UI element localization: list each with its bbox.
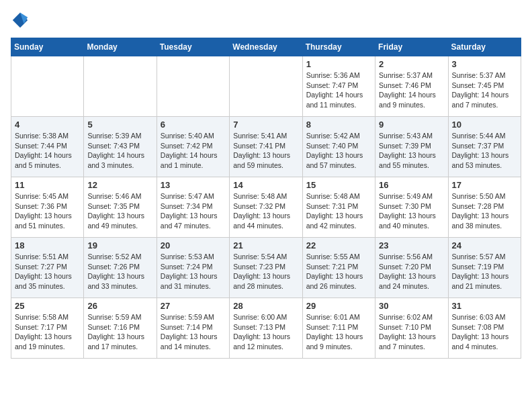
calendar-week-row: 4Sunrise: 5:38 AM Sunset: 7:44 PM Daylig… [11, 117, 521, 177]
calendar-cell [230, 56, 302, 117]
day-info: Sunrise: 5:41 AM Sunset: 7:41 PM Dayligh… [233, 131, 298, 171]
logo [11, 11, 34, 30]
day-number: 24 [452, 240, 517, 250]
calendar-cell [84, 56, 157, 117]
day-info: Sunrise: 5:42 AM Sunset: 7:40 PM Dayligh… [306, 131, 371, 171]
logo-icon [11, 11, 30, 30]
calendar-cell: 10Sunrise: 5:44 AM Sunset: 7:37 PM Dayli… [448, 117, 521, 177]
calendar-cell [157, 56, 229, 117]
calendar-week-row: 25Sunrise: 5:58 AM Sunset: 7:17 PM Dayli… [11, 298, 521, 359]
day-number: 6 [161, 120, 226, 130]
calendar-cell: 2Sunrise: 5:37 AM Sunset: 7:46 PM Daylig… [375, 56, 448, 117]
day-number: 28 [233, 301, 298, 311]
calendar-body: 1Sunrise: 5:36 AM Sunset: 7:47 PM Daylig… [11, 56, 521, 359]
calendar-cell: 18Sunrise: 5:51 AM Sunset: 7:27 PM Dayli… [11, 238, 84, 298]
day-info: Sunrise: 5:36 AM Sunset: 7:47 PM Dayligh… [306, 71, 371, 110]
day-info: Sunrise: 5:53 AM Sunset: 7:24 PM Dayligh… [161, 252, 226, 291]
day-number: 21 [233, 240, 298, 250]
day-number: 18 [15, 240, 80, 250]
weekday-header-tuesday: Tuesday [157, 38, 229, 56]
weekday-header-sunday: Sunday [11, 38, 84, 56]
calendar-cell: 1Sunrise: 5:36 AM Sunset: 7:47 PM Daylig… [302, 56, 375, 117]
day-number: 26 [87, 301, 152, 311]
calendar-cell: 15Sunrise: 5:48 AM Sunset: 7:31 PM Dayli… [302, 177, 375, 238]
calendar-cell: 22Sunrise: 5:55 AM Sunset: 7:21 PM Dayli… [302, 238, 375, 298]
day-number: 14 [233, 180, 298, 190]
calendar-cell: 27Sunrise: 5:59 AM Sunset: 7:14 PM Dayli… [157, 298, 229, 359]
day-info: Sunrise: 5:56 AM Sunset: 7:20 PM Dayligh… [379, 252, 444, 291]
weekday-header-row: SundayMondayTuesdayWednesdayThursdayFrid… [11, 38, 521, 56]
calendar-cell: 5Sunrise: 5:39 AM Sunset: 7:43 PM Daylig… [84, 117, 157, 177]
calendar-week-row: 11Sunrise: 5:45 AM Sunset: 7:36 PM Dayli… [11, 177, 521, 238]
day-number: 16 [379, 180, 444, 190]
day-number: 20 [161, 240, 226, 250]
day-info: Sunrise: 5:50 AM Sunset: 7:28 PM Dayligh… [452, 191, 517, 231]
day-info: Sunrise: 5:52 AM Sunset: 7:26 PM Dayligh… [87, 252, 152, 291]
weekday-header-saturday: Saturday [448, 38, 521, 56]
calendar-cell: 29Sunrise: 6:01 AM Sunset: 7:11 PM Dayli… [302, 298, 375, 359]
day-info: Sunrise: 5:45 AM Sunset: 7:36 PM Dayligh… [15, 191, 80, 231]
day-number: 7 [233, 120, 298, 130]
day-number: 30 [379, 301, 444, 311]
day-info: Sunrise: 5:39 AM Sunset: 7:43 PM Dayligh… [87, 131, 152, 171]
day-info: Sunrise: 5:48 AM Sunset: 7:31 PM Dayligh… [306, 191, 371, 231]
day-info: Sunrise: 6:00 AM Sunset: 7:13 PM Dayligh… [233, 312, 298, 352]
day-number: 31 [452, 301, 517, 311]
day-info: Sunrise: 5:46 AM Sunset: 7:35 PM Dayligh… [87, 191, 152, 231]
day-info: Sunrise: 6:01 AM Sunset: 7:11 PM Dayligh… [306, 312, 371, 352]
day-number: 4 [15, 120, 80, 130]
calendar-cell: 17Sunrise: 5:50 AM Sunset: 7:28 PM Dayli… [448, 177, 521, 238]
calendar-cell: 19Sunrise: 5:52 AM Sunset: 7:26 PM Dayli… [84, 238, 157, 298]
day-number: 12 [87, 180, 152, 190]
day-number: 5 [87, 120, 152, 130]
calendar-cell: 9Sunrise: 5:43 AM Sunset: 7:39 PM Daylig… [375, 117, 448, 177]
day-info: Sunrise: 5:37 AM Sunset: 7:45 PM Dayligh… [452, 71, 517, 110]
day-number: 10 [452, 120, 517, 130]
calendar-cell: 21Sunrise: 5:54 AM Sunset: 7:23 PM Dayli… [230, 238, 302, 298]
day-info: Sunrise: 5:37 AM Sunset: 7:46 PM Dayligh… [379, 71, 444, 110]
day-number: 25 [15, 301, 80, 311]
calendar-cell [11, 56, 84, 117]
calendar-cell: 23Sunrise: 5:56 AM Sunset: 7:20 PM Dayli… [375, 238, 448, 298]
day-number: 2 [379, 59, 444, 69]
calendar-cell: 12Sunrise: 5:46 AM Sunset: 7:35 PM Dayli… [84, 177, 157, 238]
day-info: Sunrise: 5:43 AM Sunset: 7:39 PM Dayligh… [379, 131, 444, 171]
day-number: 17 [452, 180, 517, 190]
day-info: Sunrise: 5:49 AM Sunset: 7:30 PM Dayligh… [379, 191, 444, 231]
day-info: Sunrise: 5:38 AM Sunset: 7:44 PM Dayligh… [15, 131, 80, 171]
day-info: Sunrise: 5:51 AM Sunset: 7:27 PM Dayligh… [15, 252, 80, 291]
weekday-header-wednesday: Wednesday [230, 38, 302, 56]
day-number: 15 [306, 180, 371, 190]
day-number: 22 [306, 240, 371, 250]
day-info: Sunrise: 5:59 AM Sunset: 7:16 PM Dayligh… [87, 312, 152, 352]
day-info: Sunrise: 5:59 AM Sunset: 7:14 PM Dayligh… [161, 312, 226, 352]
page-header [11, 11, 521, 30]
calendar-week-row: 1Sunrise: 5:36 AM Sunset: 7:47 PM Daylig… [11, 56, 521, 117]
day-info: Sunrise: 5:44 AM Sunset: 7:37 PM Dayligh… [452, 131, 517, 171]
calendar-cell: 3Sunrise: 5:37 AM Sunset: 7:45 PM Daylig… [448, 56, 521, 117]
calendar-cell: 28Sunrise: 6:00 AM Sunset: 7:13 PM Dayli… [230, 298, 302, 359]
day-number: 23 [379, 240, 444, 250]
day-number: 3 [452, 59, 517, 69]
calendar-table: SundayMondayTuesdayWednesdayThursdayFrid… [11, 38, 521, 359]
calendar-cell: 26Sunrise: 5:59 AM Sunset: 7:16 PM Dayli… [84, 298, 157, 359]
day-number: 19 [87, 240, 152, 250]
calendar-cell: 20Sunrise: 5:53 AM Sunset: 7:24 PM Dayli… [157, 238, 229, 298]
weekday-header-friday: Friday [375, 38, 448, 56]
weekday-header-thursday: Thursday [302, 38, 375, 56]
calendar-cell: 24Sunrise: 5:57 AM Sunset: 7:19 PM Dayli… [448, 238, 521, 298]
day-info: Sunrise: 5:58 AM Sunset: 7:17 PM Dayligh… [15, 312, 80, 352]
day-number: 11 [15, 180, 80, 190]
calendar-cell: 4Sunrise: 5:38 AM Sunset: 7:44 PM Daylig… [11, 117, 84, 177]
calendar-cell: 7Sunrise: 5:41 AM Sunset: 7:41 PM Daylig… [230, 117, 302, 177]
calendar-cell: 6Sunrise: 5:40 AM Sunset: 7:42 PM Daylig… [157, 117, 229, 177]
calendar-week-row: 18Sunrise: 5:51 AM Sunset: 7:27 PM Dayli… [11, 238, 521, 298]
day-number: 27 [161, 301, 226, 311]
calendar-cell: 16Sunrise: 5:49 AM Sunset: 7:30 PM Dayli… [375, 177, 448, 238]
day-info: Sunrise: 5:57 AM Sunset: 7:19 PM Dayligh… [452, 252, 517, 291]
calendar-cell: 14Sunrise: 5:48 AM Sunset: 7:32 PM Dayli… [230, 177, 302, 238]
calendar-cell: 31Sunrise: 6:03 AM Sunset: 7:08 PM Dayli… [448, 298, 521, 359]
calendar-cell: 11Sunrise: 5:45 AM Sunset: 7:36 PM Dayli… [11, 177, 84, 238]
day-number: 29 [306, 301, 371, 311]
calendar-cell: 30Sunrise: 6:02 AM Sunset: 7:10 PM Dayli… [375, 298, 448, 359]
